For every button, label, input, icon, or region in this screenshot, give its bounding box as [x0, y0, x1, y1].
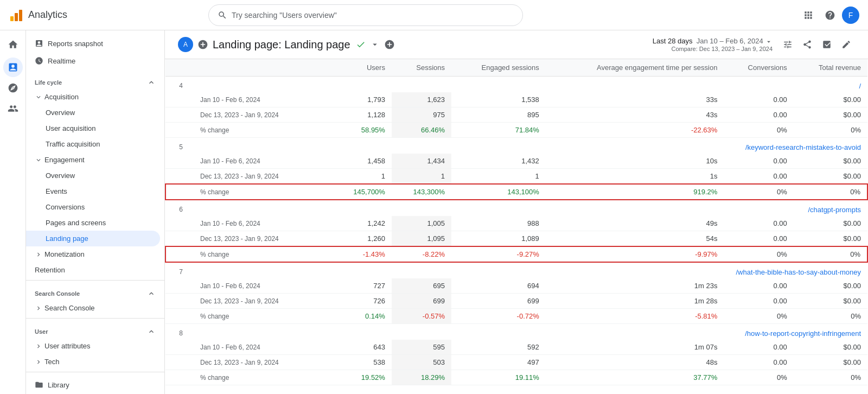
library-label: Library: [48, 381, 69, 389]
row-label: Jan 10 - Feb 6, 2024: [187, 92, 332, 107]
dropdown-icon[interactable]: [370, 40, 380, 49]
svg-rect-2: [19, 10, 22, 21]
sidebar-item-retention[interactable]: Retention: [26, 262, 160, 278]
sidebar-item-engagement[interactable]: Engagement: [26, 152, 160, 168]
table-row: Dec 13, 2023 - Jan 9, 20241111s0.00$0.00: [165, 169, 867, 185]
audience-icon-btn[interactable]: [3, 99, 23, 118]
explore-icon: [8, 82, 18, 93]
row-label: % change: [187, 370, 332, 385]
chevron-right-icon-sc: [35, 304, 42, 312]
row-label: Jan 10 - Feb 6, 2024: [187, 340, 332, 355]
col-sessions[interactable]: Sessions: [392, 59, 451, 77]
realtime-label: Realtime: [48, 57, 75, 65]
search-bar[interactable]: Try searching "Users overview": [208, 4, 523, 26]
col-revenue[interactable]: Total revenue: [794, 59, 867, 77]
sidebar-item-user-acquisition[interactable]: User acquisition: [26, 120, 160, 136]
search-console-label: Search Console: [44, 304, 95, 312]
sidebar-item-traffic-acquisition[interactable]: Traffic acquisition: [26, 136, 160, 152]
chevron-right-icon-ua: [35, 342, 42, 350]
add-tab-icon[interactable]: [384, 39, 395, 50]
row-label: Dec 13, 2023 - Jan 9, 2024: [187, 107, 332, 123]
sidebar-item-landing-page[interactable]: Landing page: [26, 231, 160, 246]
sidebar-item-overview-acq[interactable]: Overview: [26, 105, 160, 120]
edit-icon: [841, 40, 851, 49]
sidebar-item-acquisition[interactable]: Acquisition: [26, 89, 160, 105]
edit-icon-btn[interactable]: [838, 36, 855, 53]
share-icon-btn[interactable]: [799, 36, 816, 53]
col-users[interactable]: Users: [332, 59, 392, 77]
page-url[interactable]: /what-the-bible-has-to-say-about-money: [187, 262, 867, 278]
sidebar-item-events[interactable]: Events: [26, 183, 160, 199]
page-url[interactable]: /: [187, 77, 867, 93]
sidebar-item-conversions[interactable]: Conversions: [26, 199, 160, 215]
page-avatar: A: [178, 37, 193, 52]
avatar-btn[interactable]: F: [842, 7, 859, 24]
date-range-display[interactable]: Last 28 days Jan 10 – Feb 6, 2024 Compar…: [653, 37, 773, 52]
table-row: Dec 13, 2023 - Jan 9, 20241,12897589543s…: [165, 107, 867, 123]
landing-page-label: Landing page: [46, 234, 88, 243]
page-header: A Landing page: Landing page Last 28 day…: [165, 30, 868, 59]
col-avg-time[interactable]: Average engagement time per session: [546, 59, 724, 77]
table-row: Jan 10 - Feb 6, 20247276956941m 23s0.00$…: [165, 278, 867, 294]
page-url[interactable]: /chatgpt-prompts: [187, 200, 867, 216]
chevron-right-icon-mon: [35, 251, 42, 258]
events-label: Events: [46, 187, 67, 195]
row-label: % change: [187, 184, 332, 200]
sidebar-item-user-attributes[interactable]: User attributes: [26, 338, 160, 354]
sidebar-item-pages-screens[interactable]: Pages and screens: [26, 215, 160, 231]
page-url[interactable]: /keyword-research-mistakes-to-avoid: [187, 138, 867, 154]
col-engaged[interactable]: Engaged sessions: [451, 59, 546, 77]
compare-range: Compare: Dec 13, 2023 – Jan 9, 2024: [653, 46, 773, 52]
table-row: Jan 10 - Feb 6, 20246435955921m 07s0.00$…: [165, 340, 867, 355]
user-section-header[interactable]: User: [26, 323, 164, 338]
table-url-row: 4/: [165, 77, 867, 93]
page-url[interactable]: /how-to-report-copyright-infringement: [187, 324, 867, 340]
apps-icon: [803, 10, 814, 21]
sidebar-item-realtime[interactable]: Realtime: [26, 52, 160, 69]
realtime-icon: [35, 56, 43, 65]
row-label: % change: [187, 309, 332, 324]
svg-rect-1: [15, 13, 18, 21]
help-icon-btn[interactable]: [820, 5, 840, 25]
chevron-right-icon-tech: [35, 358, 42, 366]
customize-report-icon-btn[interactable]: [779, 36, 796, 53]
sidebar-item-overview-eng[interactable]: Overview: [26, 168, 160, 183]
reports-icon-btn[interactable]: [3, 58, 23, 77]
lifecycle-section-header[interactable]: Life cycle: [26, 74, 164, 89]
table-url-row: 7/what-the-bible-has-to-say-about-money: [165, 262, 867, 278]
date-chevron-icon: [765, 38, 773, 46]
table-url-row: 6/chatgpt-prompts: [165, 200, 867, 216]
search-icon: [218, 10, 227, 20]
snapshot-icon: [35, 39, 43, 48]
add-comparison-icon[interactable]: [197, 39, 208, 50]
search-console-section-header[interactable]: Search Console: [26, 285, 164, 300]
row-label: % change: [187, 246, 332, 262]
insights-icon-btn[interactable]: [818, 36, 835, 53]
user-attributes-label: User attributes: [44, 342, 91, 350]
table-row: % change58.95%66.46%71.84%-22.63%0%0%: [165, 123, 867, 138]
sidebar-item-library[interactable]: Library: [26, 377, 160, 393]
sidebar-item-search-console[interactable]: Search Console: [26, 300, 160, 316]
topbar-right: F: [799, 5, 859, 25]
main-content: A Landing page: Landing page Last 28 day…: [165, 30, 868, 394]
analytics-logo-icon: [9, 8, 24, 23]
date-range-label: Last 28 days: [653, 37, 693, 45]
sidebar-item-reports-snapshot[interactable]: Reports snapshot: [26, 35, 160, 52]
row-label: Dec 13, 2023 - Jan 9, 2024: [187, 231, 332, 247]
page-header-actions: Last 28 days Jan 10 – Feb 6, 2024 Compar…: [653, 36, 855, 53]
home-icon-btn[interactable]: [3, 35, 23, 54]
library-folder-icon: [35, 380, 43, 389]
snapshot-label: Reports snapshot: [48, 40, 103, 48]
sidebar-item-monetization[interactable]: Monetization: [26, 246, 160, 262]
col-conversions[interactable]: Conversions: [724, 59, 793, 77]
reports-icon: [8, 62, 18, 73]
customize-report-icon: [783, 40, 793, 49]
search-console-chevron-icon: [147, 289, 156, 298]
overview-acq-label: Overview: [46, 109, 75, 117]
retention-label: Retention: [35, 266, 65, 274]
sidebar-item-tech[interactable]: Tech: [26, 354, 160, 370]
apps-icon-btn[interactable]: [799, 5, 818, 25]
explore-icon-btn[interactable]: [3, 78, 23, 98]
conversions-label: Conversions: [46, 203, 85, 211]
user-section-label: User: [35, 328, 48, 335]
